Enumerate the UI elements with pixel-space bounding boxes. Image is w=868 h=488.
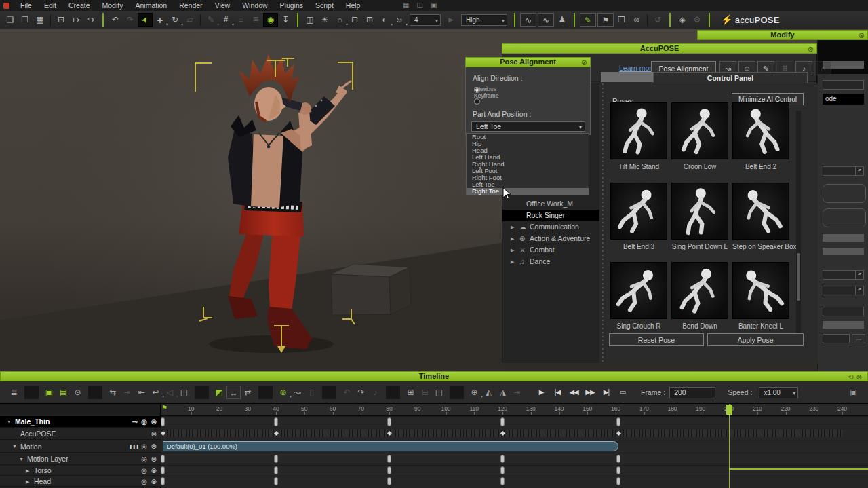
menu-item[interactable]: View — [209, 0, 237, 11]
expand-caret-icon[interactable]: ▶ — [511, 244, 514, 256]
tree-item-combat[interactable]: ▶⚔Combat — [502, 244, 599, 256]
tree-item-rock-singer[interactable]: Rock Singer — [502, 210, 599, 221]
keyframe[interactable] — [500, 477, 505, 485]
menu-item[interactable]: Render — [173, 0, 208, 11]
frame-panel-icon[interactable]: ◫ — [432, 386, 446, 399]
pose-scrollbar[interactable] — [796, 111, 801, 335]
tab-inactive[interactable] — [601, 72, 653, 82]
frame-input[interactable] — [669, 387, 715, 398]
close-icon[interactable]: ⊗ — [856, 373, 865, 381]
keyframe[interactable] — [161, 477, 165, 485]
track-row-torso[interactable]: ▶Torso◎⊗ — [0, 466, 161, 476]
menu-item[interactable]: Animation — [129, 0, 173, 11]
motion-clip[interactable]: Default(0)_01 (100.00%) — [163, 441, 618, 451]
menu-item[interactable]: Plugins — [274, 0, 309, 11]
home-view-icon[interactable]: ⌂ — [332, 13, 347, 27]
dock-panel-icon[interactable]: ▣ — [431, 0, 437, 11]
tree-item-dance[interactable]: ▶♫Dance — [502, 256, 599, 267]
tab-control-panel[interactable]: Control Panel — [653, 72, 808, 83]
loop-clip-icon[interactable]: ↩ — [149, 386, 163, 399]
prev-frame-button[interactable]: ◀◀ — [566, 386, 581, 399]
tree-item-action-adventure[interactable]: ▶⊛Action & Adventure — [502, 233, 599, 244]
menu-item[interactable]: Help — [340, 0, 367, 11]
prev-key-icon[interactable]: ◭ — [481, 386, 496, 399]
menu-item[interactable]: Create — [62, 0, 96, 11]
workspace-icon[interactable]: ◫ — [302, 13, 317, 27]
tree-item-office-work-m[interactable]: Office Work_M — [502, 198, 599, 210]
next-key-icon[interactable]: ◮ — [496, 386, 510, 399]
loop-start-flag-icon[interactable]: ⚑ — [161, 404, 167, 411]
undo-icon[interactable]: ↶ — [108, 13, 123, 27]
seek-next-icon[interactable]: ⇥ — [510, 386, 524, 399]
audio-track-icon[interactable]: ♪ — [368, 386, 382, 399]
import-icon[interactable]: ↪ — [83, 13, 98, 27]
menu-item[interactable]: Window — [236, 0, 273, 11]
undock-icon[interactable]: ⟲ — [848, 373, 856, 381]
keyframe[interactable] — [274, 417, 278, 426]
status-icon[interactable]: ◎ — [141, 476, 147, 487]
timeline-header[interactable]: Timeline ⟲⊗ — [0, 371, 868, 381]
status-icon[interactable]: ◎ — [141, 440, 147, 453]
remove-icon[interactable]: ⊗ — [151, 440, 157, 453]
bars-icon[interactable]: ❚❚❚ — [129, 440, 139, 453]
layout-grid-icon[interactable]: ▦ — [403, 0, 409, 11]
accupose-window-header[interactable]: AccuPOSE ⊗ — [502, 43, 817, 54]
keyframe[interactable] — [387, 455, 391, 463]
expand-caret-icon[interactable]: ▶ — [511, 233, 514, 244]
track-list-icon[interactable]: ≣ — [7, 386, 21, 399]
rotate-tool-icon[interactable]: ↻ — [167, 13, 182, 27]
link-constraint-icon[interactable]: ∞ — [629, 13, 644, 27]
remove-icon[interactable]: ⊗ — [151, 428, 157, 440]
curve-motion-icon[interactable]: ∿ — [538, 13, 554, 27]
edit-motion-icon[interactable]: ✎ — [580, 13, 596, 27]
play-button[interactable]: ▶ — [534, 386, 549, 399]
modify-widget-bar[interactable] — [823, 234, 864, 242]
align-alt-icon[interactable]: ≣ — [248, 13, 263, 27]
monitor-icon[interactable]: ▣ — [850, 388, 857, 397]
pose-item-croon-low[interactable]: Croon Low — [671, 102, 728, 170]
paint-tool-icon[interactable]: ✎ — [203, 13, 218, 27]
zoom-timeline-icon[interactable]: ⊕ — [467, 386, 481, 399]
collapse-caret-icon[interactable]: ▼ — [12, 440, 17, 453]
track-row-motion[interactable]: ▼Motion❚❚❚◎⊗ — [0, 440, 161, 453]
settings-gear-icon[interactable]: ⚙ — [690, 13, 705, 27]
browse-more-button[interactable]: ... — [852, 334, 865, 343]
track-row-motion-layer[interactable]: ▼Motion Layer◎⊗ — [0, 453, 161, 465]
part-position-dropdown[interactable]: Left Toe ▾ — [471, 121, 585, 132]
transfer-icon[interactable]: ◈ — [675, 13, 690, 27]
light-icon[interactable]: ☀ — [317, 13, 332, 27]
expand-caret-icon[interactable]: ▶ — [511, 221, 514, 233]
delete-frame-icon[interactable]: ⊟ — [418, 386, 432, 399]
modify-spinner[interactable] — [823, 270, 864, 280]
remove-icon[interactable]: ⊗ — [151, 476, 157, 487]
reset-pose-button[interactable]: Reset Pose — [609, 333, 704, 346]
modify-input[interactable] — [823, 80, 864, 90]
expand-caret-icon[interactable]: ▶ — [26, 476, 29, 487]
avatar-face-icon[interactable]: ☺ — [392, 13, 407, 27]
snap-tool-icon[interactable]: # — [218, 13, 233, 27]
mute-track-icon[interactable]: ◁ — [163, 386, 177, 399]
curve-editor-icon[interactable]: ∿ — [520, 13, 536, 27]
tree-item-communication[interactable]: ▶☁Communication — [502, 221, 599, 233]
radio-option[interactable]: Next Keyframe — [474, 96, 485, 107]
frame-all-icon[interactable]: ⊞ — [362, 13, 377, 27]
undo-key-icon[interactable]: ↶ — [340, 386, 354, 399]
menu-item[interactable]: Modify — [96, 0, 130, 11]
close-icon[interactable]: ⊗ — [859, 31, 865, 40]
keyframe[interactable] — [387, 466, 391, 474]
motion-path-icon[interactable]: ↝ — [290, 386, 304, 399]
dropdown-item-root[interactable]: Root — [467, 134, 589, 140]
modify-spinner[interactable] — [823, 286, 864, 295]
keyframe[interactable] — [161, 417, 165, 426]
clipboard-icon[interactable]: ❒ — [614, 13, 629, 27]
quality-dropdown[interactable]: High▾ — [461, 14, 507, 26]
move-clip-left-icon[interactable]: ⇤ — [134, 386, 149, 399]
modify-panel-header[interactable]: Modify ⊗ — [697, 30, 868, 40]
modify-widget-bar[interactable] — [823, 321, 864, 329]
pose-item-belt-end-3[interactable]: Belt End 3 — [610, 183, 667, 250]
video-record-icon[interactable]: ► — [443, 13, 458, 27]
paste-pose-icon[interactable]: ▯ — [304, 386, 319, 399]
keyframe[interactable] — [387, 477, 391, 485]
selection-level-dropdown[interactable]: 4▾ — [410, 14, 441, 26]
pose-item-sing-crouch-r[interactable]: Sing Crouch R — [610, 262, 667, 330]
